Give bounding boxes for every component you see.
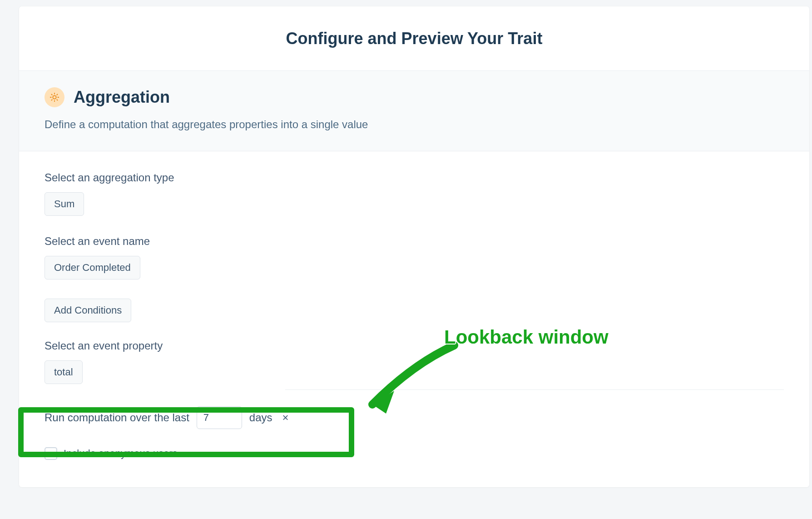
event-property-group: Select an event property total [45,339,784,384]
include-anonymous-label: Include anonymous users [64,448,178,459]
section-subtitle: Define a computation that aggregates pro… [45,118,784,131]
include-anonymous-checkbox[interactable] [45,447,57,460]
form-body: Select an aggregation type Sum Select an… [19,151,809,487]
lookback-value-input[interactable] [197,406,242,429]
annotation-label: Lookback window [444,326,609,348]
trait-config-card: Configure and Preview Your Trait Aggrega… [19,6,809,487]
event-name-label: Select an event name [45,235,784,248]
section-title-row: Aggregation [45,87,784,107]
aggregation-type-select[interactable]: Sum [45,192,84,216]
page-title: Configure and Preview Your Trait [286,29,543,48]
add-conditions-group: Add Conditions [45,299,784,322]
lookback-window-row: Run computation over the last days × [45,390,784,445]
event-name-group: Select an event name Order Completed [45,235,784,279]
clear-lookback-icon[interactable]: × [280,411,292,424]
page-header: Configure and Preview Your Trait [19,6,809,71]
add-conditions-button[interactable]: Add Conditions [45,299,131,322]
lookback-unit-text: days [249,411,272,424]
event-name-select[interactable]: Order Completed [45,256,140,279]
event-property-label: Select an event property [45,339,784,352]
section-title: Aggregation [74,88,170,107]
lookback-prefix-text: Run computation over the last [45,411,189,424]
include-anonymous-row: Include anonymous users [45,447,784,460]
aggregation-type-label: Select an aggregation type [45,171,784,184]
aggregation-section-header: Aggregation Define a computation that ag… [19,71,809,151]
gear-icon [45,87,64,107]
event-property-select[interactable]: total [45,360,83,384]
aggregation-type-group: Select an aggregation type Sum [45,171,784,216]
